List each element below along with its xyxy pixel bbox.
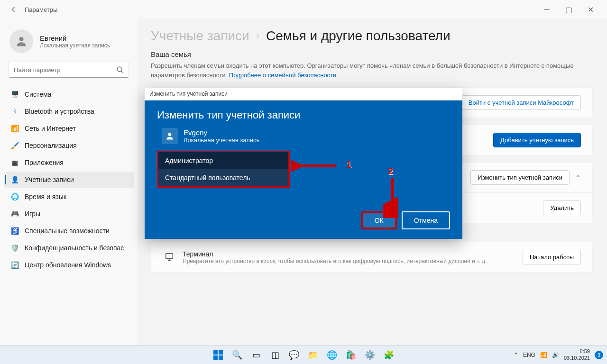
person-icon: 👤 (10, 175, 19, 184)
profile-type: Локальная учетная запись (40, 42, 110, 49)
sidebar-item-update[interactable]: 🔄Центр обновления Windows (4, 257, 134, 273)
kiosk-icon (163, 252, 176, 263)
edge-icon[interactable]: 🌐 (323, 346, 340, 364)
nav-label: Конфиденциальность и безопас (25, 244, 124, 252)
nav-label: Центр обновления Windows (25, 261, 111, 269)
close-button[interactable]: ✕ (579, 2, 601, 17)
window-controls: ─ ▢ ✕ (536, 2, 601, 17)
brush-icon: 🖌️ (10, 141, 19, 150)
volume-tray-icon[interactable]: 🔊 (552, 352, 559, 358)
family-heading: Ваша семья (151, 50, 593, 58)
settings-taskbar-icon[interactable]: ⚙️ (361, 346, 378, 364)
clock[interactable]: 8:59 03.10.2021 (564, 348, 590, 361)
dialog-avatar (162, 128, 178, 144)
kiosk-start-button[interactable]: Начало работы (523, 250, 581, 264)
nav-list: 🖥️Система ᛒBluetooth и устройства 📶Сеть … (4, 86, 134, 273)
kiosk-title: Терминал (183, 250, 487, 258)
chevron-up-icon[interactable]: ⌃ (575, 174, 581, 182)
start-button[interactable] (210, 346, 227, 364)
nav-label: Учетные записи (25, 176, 74, 183)
person-icon (165, 131, 175, 141)
sidebar-item-accounts[interactable]: 👤Учетные записи (4, 172, 134, 188)
breadcrumb-parent[interactable]: Учетные записи (151, 28, 249, 44)
app-icon[interactable]: 🧩 (380, 346, 397, 364)
chevron-right-icon: › (256, 30, 259, 42)
nav-label: Специальные возможности (25, 227, 110, 235)
sync-icon: 🔄 (10, 261, 19, 269)
sidebar-item-time[interactable]: 🌐Время и язык (4, 189, 134, 205)
network-tray-icon[interactable]: 📶 (540, 352, 547, 358)
bluetooth-icon: ᛒ (10, 107, 19, 116)
remove-account-button[interactable]: Удалить (543, 200, 581, 215)
dialog-heading: Изменить тип учетной записи (157, 109, 450, 121)
dropdown-option-admin[interactable]: Администратор (158, 152, 288, 169)
display-icon: 🖥️ (10, 90, 19, 99)
sidebar-item-personalization[interactable]: 🖌️Персонализация (4, 137, 134, 154)
annotation-arrow-2 (383, 175, 402, 220)
notification-badge[interactable]: 3 (595, 351, 603, 359)
svg-rect-7 (219, 350, 223, 355)
sidebar-item-accessibility[interactable]: ♿Специальные возможности (4, 223, 134, 239)
sidebar-item-network[interactable]: 📶Сеть и Интернет (4, 120, 134, 136)
sidebar-item-gaming[interactable]: 🎮Игры (4, 206, 134, 222)
sidebar-item-apps[interactable]: ▦Приложения (4, 155, 134, 171)
search-icon (116, 66, 124, 73)
accessibility-icon: ♿ (10, 227, 19, 235)
nav-label: Время и язык (25, 193, 66, 200)
dialog-button-row: ОК Отмена (157, 211, 450, 229)
svg-rect-2 (166, 253, 173, 258)
back-button[interactable] (6, 2, 21, 17)
breadcrumb-current: Семья и другие пользователи (266, 28, 451, 44)
language-indicator[interactable]: ENG (523, 352, 535, 358)
dialog-user-type: Локальная учетная запись (184, 136, 259, 144)
search-input[interactable] (14, 66, 116, 73)
taskbar-center: 🔍 ▭ ◫ 💬 📁 🌐 🛍️ ⚙️ 🧩 (210, 346, 397, 364)
dropdown-option-standard[interactable]: Стандартный пользователь (158, 169, 288, 186)
taskbar-right: ⌃ ENG 📶 🔊 8:59 03.10.2021 3 (514, 348, 607, 361)
account-type-dropdown[interactable]: Администратор Стандартный пользователь (157, 151, 290, 188)
family-safety-link[interactable]: Подробнее о семейной безопасности (229, 72, 337, 79)
kiosk-card: Терминал Превратите это устройство в кио… (151, 242, 593, 273)
taskview-icon[interactable]: ▭ (248, 346, 265, 364)
search-box[interactable] (9, 62, 129, 78)
maximize-button[interactable]: ▢ (558, 2, 579, 17)
shield-icon: 🛡️ (10, 244, 19, 252)
dialog-cancel-button[interactable]: Отмена (402, 211, 450, 229)
family-description: Разрешить членам семьи входить на этот к… (151, 61, 593, 80)
svg-rect-6 (213, 350, 218, 355)
annotation-arrow-1 (291, 156, 343, 177)
nav-label: Система (25, 91, 51, 98)
dialog-user-name: Evgeny (184, 128, 259, 136)
apps-icon: ▦ (10, 158, 19, 167)
svg-rect-9 (219, 355, 223, 360)
widgets-icon[interactable]: ◫ (267, 346, 284, 364)
svg-rect-8 (213, 355, 218, 360)
store-icon[interactable]: 🛍️ (342, 346, 359, 364)
signin-ms-button[interactable]: Войти с учетной записи Майкрософт (461, 95, 581, 110)
tray-chevron-icon[interactable]: ⌃ (514, 352, 518, 358)
annotation-label-1: 1 (346, 159, 351, 170)
kiosk-subtitle: Превратите это устройство в киоск, чтобы… (183, 258, 487, 264)
sidebar-item-bluetooth[interactable]: ᛒBluetooth и устройства (4, 103, 134, 119)
person-icon (15, 35, 28, 48)
gamepad-icon: 🎮 (10, 209, 19, 218)
breadcrumb: Учетные записи › Семья и другие пользова… (151, 28, 593, 44)
profile-name: Евгений (40, 34, 110, 42)
nav-label: Персонализация (25, 142, 77, 149)
change-account-type-button[interactable]: Изменить тип учетной записи (470, 170, 570, 185)
arrow-left-icon (10, 6, 17, 13)
minimize-button[interactable]: ─ (536, 2, 558, 17)
window-title: Параметры (25, 6, 57, 13)
nav-label: Сеть и Интернет (25, 125, 76, 132)
titlebar: Параметры ─ ▢ ✕ (0, 0, 607, 19)
add-account-button[interactable]: Добавить учетную запись (493, 133, 581, 147)
dialog-user-row: Evgeny Локальная учетная запись (157, 128, 450, 144)
sidebar-item-system[interactable]: 🖥️Система (4, 86, 134, 102)
chat-icon[interactable]: 💬 (285, 346, 303, 364)
sidebar-item-privacy[interactable]: 🛡️Конфиденциальность и безопас (4, 240, 134, 256)
profile-block[interactable]: Евгений Локальная учетная запись (4, 25, 134, 62)
explorer-icon[interactable]: 📁 (304, 346, 322, 364)
svg-point-1 (117, 67, 122, 72)
dialog-titlebar: Изменить тип учетной записи (145, 88, 462, 100)
search-taskbar-icon[interactable]: 🔍 (229, 346, 246, 364)
